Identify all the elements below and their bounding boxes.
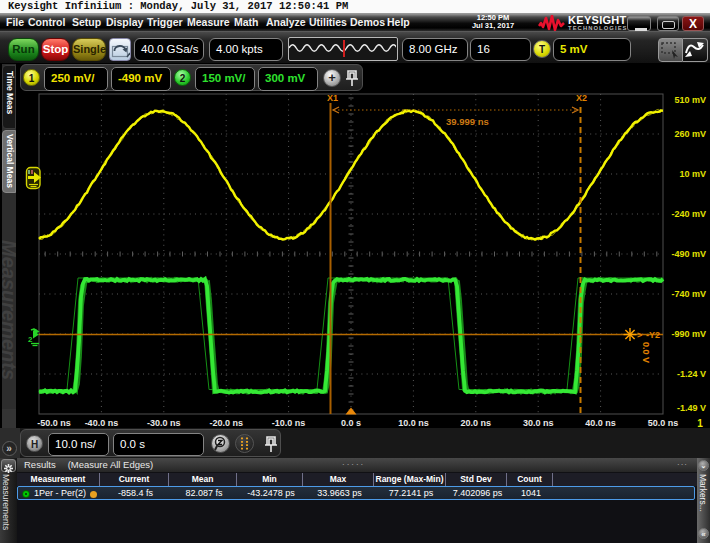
svg-text:-490 mV: -490 mV — [671, 249, 706, 259]
svg-text:-1.49 V: -1.49 V — [677, 403, 706, 413]
svg-text:>: > — [637, 330, 642, 340]
svg-text:20.0 ns: 20.0 ns — [461, 418, 492, 428]
svg-text:39.999 ns: 39.999 ns — [446, 116, 489, 127]
svg-text:10 mV: 10 mV — [679, 169, 706, 179]
svg-text:-240 mV: -240 mV — [671, 209, 706, 219]
svg-text:1: 1 — [697, 418, 703, 428]
svg-text:-740 mV: -740 mV — [671, 289, 706, 299]
svg-text:50.0 ns: 50.0 ns — [648, 418, 679, 428]
svg-text:-Y2: -Y2 — [646, 330, 660, 340]
svg-text:-40.0 ns: -40.0 ns — [85, 418, 119, 428]
svg-text:-20.0 ns: -20.0 ns — [209, 418, 243, 428]
svg-text:40.0 ns: 40.0 ns — [585, 418, 616, 428]
svg-text:2: 2 — [28, 335, 33, 344]
svg-text:0.0 V: 0.0 V — [641, 342, 651, 363]
svg-text:-990 mV: -990 mV — [671, 329, 706, 339]
svg-text:-30.0 ns: -30.0 ns — [147, 418, 181, 428]
svg-text:260 mV: 260 mV — [674, 129, 706, 139]
svg-text:-1.24 V: -1.24 V — [677, 369, 706, 379]
svg-text:0.0 s: 0.0 s — [341, 418, 361, 428]
svg-text:-10.0 ns: -10.0 ns — [272, 418, 306, 428]
svg-text:510 mV: 510 mV — [674, 95, 706, 105]
svg-text:10.0 ns: 10.0 ns — [398, 418, 429, 428]
svg-text:30.0 ns: 30.0 ns — [523, 418, 554, 428]
svg-text:X2: X2 — [576, 93, 587, 103]
svg-text:X1: X1 — [327, 93, 338, 103]
svg-text:-50.0 ns: -50.0 ns — [37, 418, 71, 428]
